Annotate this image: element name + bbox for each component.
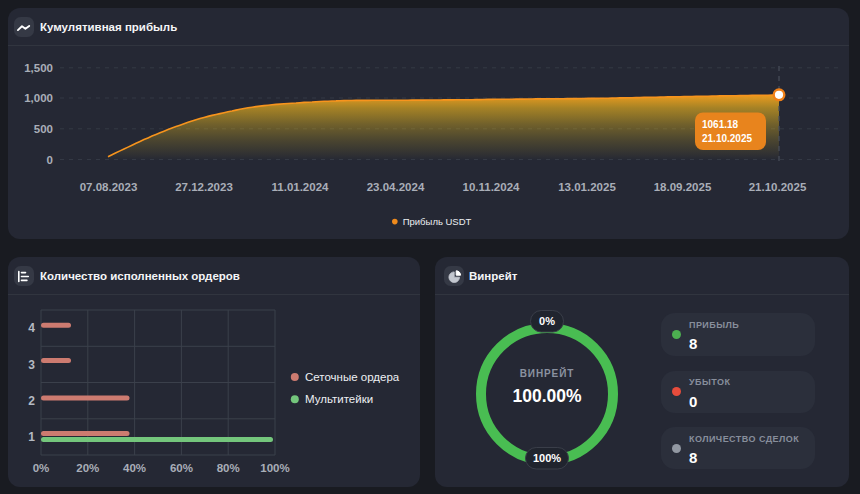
svg-text:1,000: 1,000	[24, 92, 53, 104]
svg-text:23.04.2024: 23.04.2024	[367, 181, 425, 193]
svg-text:0%: 0%	[539, 315, 555, 327]
svg-text:21.10.2025: 21.10.2025	[702, 133, 752, 144]
svg-text:3: 3	[28, 358, 35, 372]
svg-text:100.00%: 100.00%	[512, 386, 582, 406]
svg-text:10.11.2024: 10.11.2024	[463, 181, 521, 193]
svg-text:07.08.2023: 07.08.2023	[80, 181, 138, 193]
svg-text:80%: 80%	[217, 462, 240, 474]
svg-text:1061.18: 1061.18	[702, 119, 739, 130]
svg-text:60%: 60%	[170, 462, 193, 474]
svg-text:1: 1	[28, 430, 35, 444]
svg-text:Сеточные ордера: Сеточные ордера	[305, 371, 400, 383]
svg-text:Прибыль USDT: Прибыль USDT	[403, 216, 472, 227]
svg-text:ВИНРЕЙТ: ВИНРЕЙТ	[520, 367, 575, 379]
svg-text:21.10.2025: 21.10.2025	[749, 181, 807, 193]
svg-text:1,500: 1,500	[24, 62, 53, 74]
svg-text:500: 500	[34, 123, 53, 135]
svg-text:27.12.2023: 27.12.2023	[175, 181, 233, 193]
svg-text:11.01.2024: 11.01.2024	[272, 181, 330, 193]
svg-text:13.01.2025: 13.01.2025	[558, 181, 616, 193]
svg-text:20%: 20%	[76, 462, 99, 474]
svg-text:0: 0	[47, 154, 53, 166]
svg-text:Мультитейки: Мультитейки	[305, 393, 373, 405]
svg-text:4: 4	[28, 321, 35, 335]
svg-text:2: 2	[28, 394, 35, 408]
svg-text:18.09.2025: 18.09.2025	[654, 181, 712, 193]
svg-text:100%: 100%	[533, 452, 561, 464]
svg-text:0%: 0%	[33, 462, 50, 474]
svg-text:100%: 100%	[260, 462, 289, 474]
svg-text:40%: 40%	[123, 462, 146, 474]
